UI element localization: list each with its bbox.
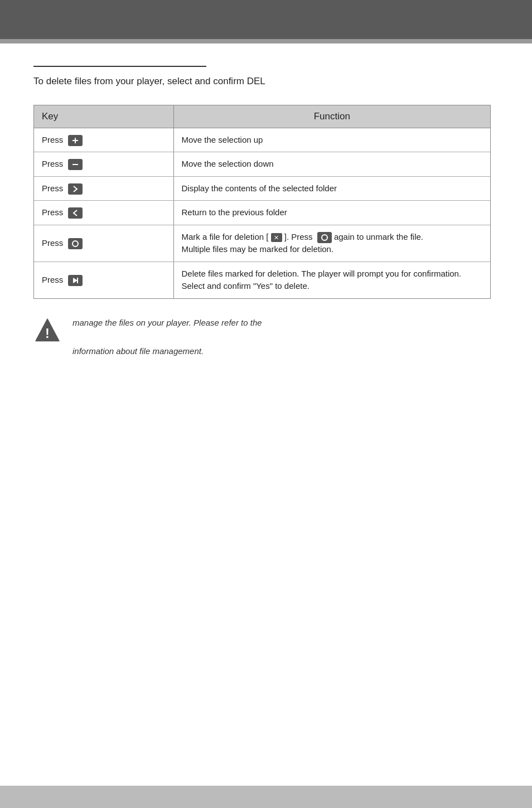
table-row: Press Move the selection up [34, 128, 490, 152]
warning-text: manage the files on your player. Please … [72, 316, 262, 359]
warning-icon: ! [33, 317, 61, 345]
function-cell-3: Return to the previous folder [173, 201, 490, 225]
function-cell-5: Delete files marked for deletion. The pl… [173, 262, 490, 298]
function-cell-0: Move the selection up [173, 128, 490, 152]
function-cell-4: Mark a file for deletion [ ✕ ]. Press ag… [173, 225, 490, 262]
sub-bar [0, 39, 532, 43]
circle-key-icon [68, 238, 83, 249]
svg-point-3 [72, 241, 78, 246]
minus-key-icon [68, 159, 83, 170]
press-label: Press [42, 183, 66, 193]
bottom-bar [0, 786, 532, 808]
table-row: Press Delete files marked for deletion. … [34, 262, 490, 298]
function-cell-2: Display the contents of the selected fol… [173, 176, 490, 201]
title-underline [33, 66, 206, 67]
col-header-function: Function [173, 105, 490, 128]
table-row: Press Display the contents of the select… [34, 176, 490, 201]
table-row: Press Return to the previous folder [34, 201, 490, 225]
press-label: Press [42, 275, 66, 284]
key-cell-1: Press [34, 152, 173, 177]
table-row: Press Mark a file for deletion [ ✕ ]. Pr… [34, 225, 490, 262]
x-mark-icon: ✕ [271, 233, 282, 242]
intro-text: To delete files from your player, select… [33, 75, 499, 88]
press-label: Press [42, 238, 66, 248]
key-cell-5: Press [34, 262, 173, 298]
key-cell-2: Press [34, 176, 173, 201]
key-function-table: Key Function Press Move the selection up… [34, 105, 490, 298]
key-cell-0: Press [34, 128, 173, 152]
svg-point-4 [322, 235, 327, 240]
plus-key-icon [68, 135, 83, 146]
circle-key-icon [317, 232, 332, 243]
play-key-icon [68, 275, 83, 286]
press-label: Press [42, 207, 66, 217]
svg-text:!: ! [45, 326, 50, 341]
col-header-key: Key [34, 105, 173, 128]
svg-marker-5 [73, 278, 78, 283]
function-cell-1: Move the selection down [173, 152, 490, 177]
left-key-icon [68, 207, 83, 219]
main-content: To delete files from your player, select… [0, 43, 532, 786]
key-cell-4: Press [34, 225, 173, 262]
key-function-table-container: Key Function Press Move the selection up… [33, 105, 491, 299]
table-row: Press Move the selection down [34, 152, 490, 177]
top-bar [0, 0, 532, 39]
warning-section: ! manage the files on your player. Pleas… [33, 316, 499, 359]
press-label: Press [42, 135, 66, 144]
right-key-icon [68, 183, 83, 195]
press-label: Press [42, 159, 66, 168]
key-cell-3: Press [34, 201, 173, 225]
